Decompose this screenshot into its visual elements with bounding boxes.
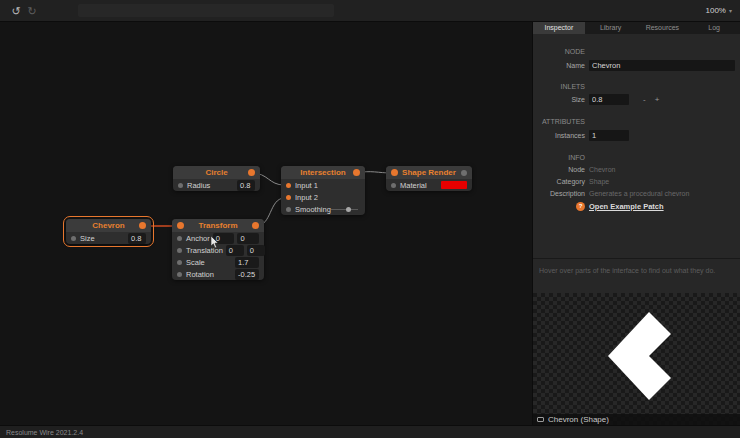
scale-value[interactable]: 1.7 bbox=[235, 257, 259, 268]
hint-text: Hover over parts of the interface to fin… bbox=[539, 267, 715, 274]
intersection-input2-row: Input 2 bbox=[281, 191, 365, 203]
node-circle-header[interactable]: Circle bbox=[173, 166, 260, 179]
display-icon bbox=[537, 417, 544, 422]
node-shape-render-title: Shape Render bbox=[402, 168, 456, 177]
inspector-panel: NODE Name INLETS Size - + ATTRIBUTES Ins… bbox=[533, 34, 740, 258]
node-circle[interactable]: Circle Radius 0.8 bbox=[173, 166, 260, 191]
info-description-label: Description bbox=[533, 190, 585, 197]
transform-scale-row: Scale 1.7 bbox=[172, 256, 264, 268]
chevron-shape-preview bbox=[533, 293, 740, 425]
slider-thumb[interactable] bbox=[346, 207, 351, 212]
preview-area[interactable]: Chevron (Shape) bbox=[533, 293, 740, 425]
section-title-info: INFO bbox=[533, 154, 585, 161]
param-dot[interactable] bbox=[177, 248, 182, 253]
instances-input[interactable] bbox=[589, 130, 629, 141]
input-port[interactable] bbox=[177, 222, 184, 229]
node-intersection-header[interactable]: Intersection bbox=[281, 166, 365, 179]
size-value[interactable]: 0.8 bbox=[128, 233, 146, 244]
app-version: Resolume Wire 2021.2.4 bbox=[0, 429, 83, 436]
param-dot[interactable] bbox=[177, 260, 182, 265]
name-input[interactable] bbox=[589, 60, 735, 71]
param-dot[interactable] bbox=[286, 207, 291, 212]
node-transform[interactable]: Transform Anchor 0 0 Translation 0 0 Sca… bbox=[172, 219, 264, 280]
decrement-button[interactable]: - bbox=[643, 95, 646, 104]
info-node-label: Node bbox=[533, 166, 585, 173]
preview-label-bar: Chevron (Shape) bbox=[533, 414, 740, 425]
node-shape-render-header[interactable]: Shape Render bbox=[386, 166, 472, 179]
node-chevron-title: Chevron bbox=[92, 221, 124, 230]
anchor-label: Anchor bbox=[186, 234, 210, 243]
input2-label: Input 2 bbox=[295, 193, 360, 202]
node-chevron[interactable]: Chevron Size 0.8 bbox=[66, 219, 151, 244]
intersection-input1-row: Input 1 bbox=[281, 179, 365, 191]
input-port[interactable] bbox=[391, 169, 398, 176]
zoom-control[interactable]: 100% ▾ bbox=[706, 6, 732, 15]
rotation-value[interactable]: -0.25 bbox=[235, 269, 259, 280]
undo-icon[interactable]: ↺ bbox=[8, 1, 24, 21]
transform-rotation-row: Rotation -0.25 bbox=[172, 268, 264, 280]
zoom-level: 100% bbox=[706, 6, 726, 15]
size-label: Size bbox=[533, 96, 585, 103]
param-dot[interactable] bbox=[177, 236, 182, 241]
anchor-y-value[interactable]: 0 bbox=[237, 233, 259, 244]
size-label: Size bbox=[80, 234, 125, 243]
node-intersection[interactable]: Intersection Input 1 Input 2 Smoothing bbox=[281, 166, 365, 215]
node-chevron-header[interactable]: Chevron bbox=[66, 219, 151, 232]
instances-label: Instances bbox=[533, 132, 585, 139]
patch-title-bar bbox=[78, 4, 334, 17]
material-color-swatch[interactable] bbox=[441, 181, 467, 189]
node-canvas[interactable]: Circle Radius 0.8 Intersection Input 1 I… bbox=[0, 22, 532, 425]
material-label: Material bbox=[400, 181, 441, 190]
help-icon[interactable]: ? bbox=[576, 202, 585, 211]
output-port[interactable] bbox=[248, 169, 255, 176]
scale-label: Scale bbox=[186, 258, 235, 267]
param-dot[interactable] bbox=[391, 183, 396, 188]
section-title-inlets: INLETS bbox=[533, 83, 585, 90]
input-port[interactable] bbox=[286, 195, 291, 200]
node-circle-title: Circle bbox=[205, 168, 227, 177]
chevron-size-row: Size 0.8 bbox=[66, 232, 151, 244]
rotation-label: Rotation bbox=[186, 270, 235, 279]
info-category-value: Shape bbox=[589, 178, 609, 185]
output-port[interactable] bbox=[353, 169, 360, 176]
smoothing-label: Smoothing bbox=[295, 205, 331, 214]
status-bar: Resolume Wire 2021.2.4 FPS 59.9 bbox=[0, 425, 740, 438]
node-intersection-title: Intersection bbox=[300, 168, 345, 177]
translation-y-value[interactable]: 0 bbox=[247, 245, 265, 256]
output-port[interactable] bbox=[139, 222, 146, 229]
info-description-value: Generates a procedural chevron bbox=[589, 190, 689, 197]
output-port[interactable] bbox=[252, 222, 259, 229]
smoothing-slider[interactable] bbox=[331, 209, 358, 210]
input1-label: Input 1 bbox=[295, 181, 360, 190]
increment-button[interactable]: + bbox=[655, 95, 660, 104]
param-dot[interactable] bbox=[178, 183, 183, 188]
section-title-node: NODE bbox=[533, 48, 585, 55]
right-panel: Inspector Library Resources Log NODE Nam… bbox=[532, 22, 740, 425]
top-toolbar: ↺ ↻ 100% ▾ bbox=[0, 0, 740, 22]
circle-radius-row: Radius 0.8 bbox=[173, 179, 260, 191]
mouse-cursor bbox=[210, 236, 219, 249]
info-category-label: Category bbox=[533, 178, 585, 185]
section-title-attributes: ATTRIBUTES bbox=[533, 118, 585, 125]
node-transform-header[interactable]: Transform bbox=[172, 219, 264, 232]
redo-icon[interactable]: ↻ bbox=[24, 1, 40, 21]
intersection-smoothing-row: Smoothing bbox=[281, 203, 365, 215]
tab-resources[interactable]: Resources bbox=[637, 22, 689, 34]
input-port[interactable] bbox=[286, 183, 291, 188]
output-port[interactable] bbox=[461, 170, 467, 176]
node-shape-render[interactable]: Shape Render Material bbox=[386, 166, 472, 191]
preview-node-label: Chevron (Shape) bbox=[548, 415, 609, 424]
hint-bar: Hover over parts of the interface to fin… bbox=[533, 258, 740, 293]
node-transform-title: Transform bbox=[198, 221, 237, 230]
param-dot[interactable] bbox=[177, 272, 182, 277]
panel-tabs: Inspector Library Resources Log bbox=[533, 22, 740, 34]
tab-inspector[interactable]: Inspector bbox=[533, 22, 585, 34]
tab-log[interactable]: Log bbox=[688, 22, 740, 34]
tab-library[interactable]: Library bbox=[585, 22, 637, 34]
radius-value[interactable]: 0.8 bbox=[237, 180, 255, 191]
info-node-value: Chevron bbox=[589, 166, 615, 173]
param-dot[interactable] bbox=[71, 236, 76, 241]
translation-x-value[interactable]: 0 bbox=[226, 245, 244, 256]
open-example-patch-link[interactable]: Open Example Patch bbox=[589, 202, 664, 211]
size-input[interactable] bbox=[589, 94, 629, 105]
